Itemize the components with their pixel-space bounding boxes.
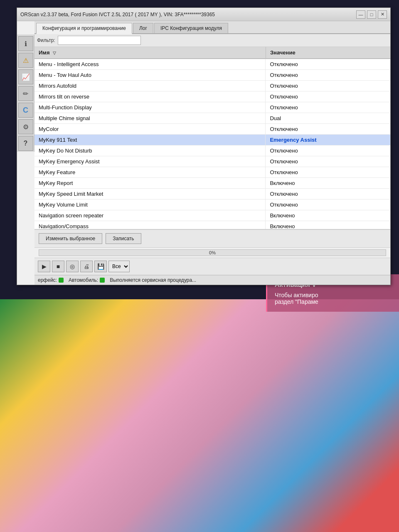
status-bar: ерфейс: Автомобиль: Выполняется сервисна… [34,275,390,285]
cell-name: MyKey Speed Limit Market [34,189,266,199]
cell-name: MyKey 911 Text [34,135,266,145]
tab-config[interactable]: Конфигурация и программирование [36,23,132,34]
table-row[interactable]: Navigation/CompassВключено [34,221,390,229]
table-row[interactable]: MyKey ReportВключено [34,178,390,189]
sidebar-icon-warning[interactable]: ⚠ [18,53,33,68]
sidebar-icon-chart[interactable]: 📈 [18,69,33,84]
table-row[interactable]: Multiple Chime signalDual [34,113,390,124]
cell-value: Отключено [266,145,390,156]
title-bar: ORScan v2.3.37 beta, Ford Fusion IVCT 2.… [17,8,390,21]
table-row[interactable]: Mirrors tilt on reverseОтключено [34,91,390,102]
cell-value: Отключено [266,189,390,199]
desktop-background [0,299,399,532]
sidebar-icon-question[interactable]: ? [18,136,33,151]
table-row[interactable]: Mirrors AutofoldОтключено [34,81,390,91]
cell-name: Menu - Intelligent Access [34,59,266,69]
tab-log[interactable]: Лог [133,23,153,33]
cell-value: Отключено [266,59,390,69]
app-window: ORScan v2.3.37 beta, Ford Fusion IVCT 2.… [17,7,391,285]
title-bar-text: ORScan v2.3.37 beta, Ford Fusion IVCT 2.… [20,12,356,17]
col-name: Имя ▽ [34,47,266,59]
cell-value: Отключено [266,81,390,91]
maximize-button[interactable]: □ [367,10,376,19]
toolbar: ▶ ■ ◎ 🖨 💾 Все [34,258,390,275]
cell-value: Отключено [266,124,390,134]
cell-value: Отключено [266,156,390,167]
progress-bar-container: 0% [39,249,386,256]
table-row[interactable]: MyKey Do Not DisturbОтключено [34,145,390,156]
cell-name: Mirrors tilt on reverse [34,91,266,102]
write-button[interactable]: Записать [106,233,141,244]
table-row[interactable]: MyKey Volume LimitОтключено [34,200,390,210]
filter-dropdown[interactable]: Все [109,261,129,272]
table-row[interactable]: Navigation screen repeaterВключено [34,210,390,221]
table-row[interactable]: MyColorОтключено [34,124,390,135]
cell-name: Navigation/Compass [34,221,266,229]
cell-value: Включено [266,221,390,229]
table-header: Имя ▽ Значение [34,47,390,59]
data-table: Имя ▽ Значение [34,47,390,59]
dropdown-container[interactable]: Все [108,261,130,272]
notif-line1: Чтобы активиро [275,292,392,298]
minimize-button[interactable]: — [356,10,365,19]
save-button[interactable]: 💾 [94,261,107,272]
car-indicator: Автомобиль: [69,277,105,283]
table-row[interactable]: Menu - Tow Haul AutoОтключено [34,70,390,81]
cell-value: Отключено [266,200,390,210]
tab-ipc[interactable]: IPC Конфигурация модуля [154,23,228,33]
table-row[interactable]: MyKey Emergency AssistОтключено [34,156,390,167]
progress-area: 0% [34,248,390,258]
cell-name: Multi-Function Display [34,102,266,113]
table-scroll-area[interactable]: Menu - Intelligent AccessОтключеноMenu -… [34,59,390,229]
cell-name: MyKey Volume Limit [34,200,266,210]
cell-name: Navigation screen repeater [34,210,266,221]
interface-dot [59,278,64,283]
cell-value: Отключено [266,70,390,80]
stop-button[interactable]: ■ [52,261,64,272]
table-row[interactable]: MyKey 911 TextEmergency Assist [34,135,390,145]
filter-icon: ▽ [53,51,56,55]
tabs-bar: Конфигурация и программирование Лог IPC … [34,21,390,34]
action-bar: Изменить выбранное Записать [34,229,390,248]
print-button[interactable]: 🖨 [80,261,93,272]
progress-text: 0% [39,250,386,256]
cell-name: MyKey Emergency Assist [34,156,266,167]
cell-value: Отключено [266,167,390,177]
interface-label: ерфейс: [38,277,57,283]
table-row[interactable]: MyKey FeatureОтключено [34,167,390,178]
help-button[interactable]: ◎ [66,261,79,272]
cell-value: Dual [266,113,390,123]
interface-indicator: ерфейс: [38,277,64,283]
filter-input[interactable] [58,36,141,45]
table-row[interactable]: Multi-Function DisplayОтключено [34,102,390,113]
sidebar-icon-edit[interactable]: ✏ [18,86,33,101]
cell-value: Включено [266,210,390,221]
filter-label: Фильтр: [37,37,55,43]
edit-selected-button[interactable]: Изменить выбранное [39,233,102,244]
car-dot [100,278,105,283]
cell-name: MyColor [34,124,266,134]
table-row[interactable]: MyKey Speed Limit MarketОтключено [34,189,390,200]
cell-name: Mirrors Autofold [34,81,266,91]
cell-name: MyKey Report [34,178,266,188]
cell-value: Emergency Assist [266,135,390,145]
table-row[interactable]: Menu - Intelligent AccessОтключено [34,59,390,70]
title-bar-buttons: — □ ✕ [356,10,387,19]
cell-name: Multiple Chime signal [34,113,266,123]
status-text: Выполняется сервисная процедура... [110,277,196,283]
cell-name: MyKey Feature [34,167,266,177]
car-label: Автомобиль: [69,277,98,283]
sidebar-icon-info[interactable]: ℹ [18,36,33,51]
cell-value: Отключено [266,91,390,102]
sidebar-icon-c[interactable]: C [18,103,33,118]
close-button[interactable]: ✕ [378,10,387,19]
sidebar-icon-gear[interactable]: ⚙ [18,119,33,134]
cell-value: Включено [266,178,390,188]
col-value: Значение [266,47,390,59]
cell-value: Отключено [266,102,390,113]
sidebar: ℹ ⚠ 📈 ✏ C ⚙ ? [17,34,34,152]
cell-name: Menu - Tow Haul Auto [34,70,266,80]
play-button[interactable]: ▶ [38,261,50,272]
cell-name: MyKey Do Not Disturb [34,145,266,156]
table-rows-container: Menu - Intelligent AccessОтключеноMenu -… [34,59,390,229]
